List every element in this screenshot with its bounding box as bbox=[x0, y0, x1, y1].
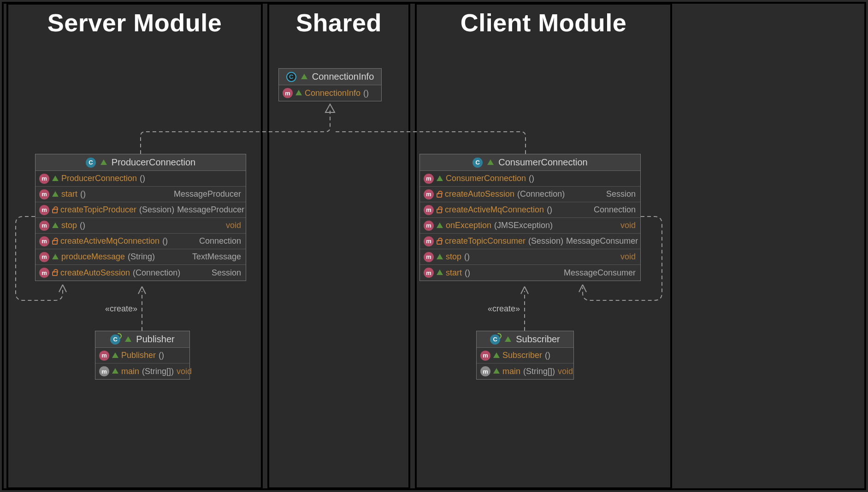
method-name: stop bbox=[61, 221, 77, 230]
method-icon: m bbox=[39, 268, 49, 278]
method-row: m createActiveMqConnection() Connection bbox=[420, 202, 640, 218]
class-publisher: C Publisher m Publisher() m main(String[… bbox=[95, 331, 190, 380]
class-name: Subscriber bbox=[516, 334, 560, 345]
public-visibility-icon bbox=[125, 336, 131, 342]
method-name: main bbox=[502, 367, 520, 376]
method-icon: m bbox=[424, 205, 434, 215]
public-visibility-icon bbox=[493, 368, 500, 374]
method-return: void bbox=[558, 367, 573, 376]
public-visibility-icon bbox=[437, 176, 443, 181]
class-header: C Subscriber bbox=[477, 331, 573, 348]
method-return: void bbox=[177, 367, 192, 376]
method-icon: m bbox=[424, 174, 434, 184]
method-params: () bbox=[363, 88, 369, 98]
class-header: C ConnectionInfo bbox=[279, 69, 381, 85]
class-connectioninfo: C ConnectionInfo m ConnectionInfo() bbox=[278, 68, 382, 101]
method-return: Connection bbox=[594, 205, 636, 215]
static-method-icon: m bbox=[480, 366, 490, 376]
method-icon: m bbox=[424, 221, 434, 231]
method-row: m Subscriber() bbox=[477, 348, 573, 363]
class-subscriber: C Subscriber m Subscriber() m main(Strin… bbox=[476, 331, 574, 380]
method-row: m createTopicProducer(Session) MessagePr… bbox=[35, 202, 246, 218]
method-params: () bbox=[465, 268, 470, 278]
static-method-icon: m bbox=[99, 366, 109, 376]
method-icon: m bbox=[283, 88, 293, 98]
public-visibility-icon bbox=[437, 223, 443, 228]
public-visibility-icon bbox=[505, 336, 511, 342]
method-row: m Publisher() bbox=[95, 348, 189, 363]
method-row: m produceMessage(String) TextMessage bbox=[35, 249, 246, 265]
interface-icon: C bbox=[286, 72, 296, 82]
method-params: (Connection) bbox=[517, 189, 565, 199]
public-visibility-icon bbox=[52, 176, 59, 181]
method-name: produceMessage bbox=[61, 252, 125, 262]
method-params: (String) bbox=[128, 252, 155, 262]
public-visibility-icon bbox=[437, 254, 443, 259]
method-icon: m bbox=[39, 221, 49, 231]
method-params: () bbox=[140, 174, 145, 183]
method-name: ConnectionInfo bbox=[305, 88, 360, 98]
method-params: () bbox=[547, 205, 552, 215]
method-params: () bbox=[159, 351, 164, 360]
method-return: MessageProducer bbox=[174, 189, 241, 199]
method-row: m ProducerConnection() bbox=[35, 171, 246, 187]
shared-module-title: Shared bbox=[269, 8, 408, 37]
private-visibility-icon bbox=[52, 240, 58, 245]
method-name: ConsumerConnection bbox=[446, 174, 526, 183]
class-entry-icon: C bbox=[490, 334, 500, 345]
private-visibility-icon bbox=[437, 193, 442, 198]
public-visibility-icon bbox=[487, 159, 494, 165]
method-icon: m bbox=[39, 252, 49, 262]
method-name: createAutoSession bbox=[60, 268, 130, 278]
method-name: onException bbox=[446, 221, 491, 230]
method-icon: m bbox=[39, 174, 49, 184]
method-name: stop bbox=[446, 252, 461, 262]
class-entry-icon: C bbox=[110, 334, 120, 345]
server-module-title: Server Module bbox=[8, 8, 261, 37]
public-visibility-icon bbox=[437, 269, 443, 275]
private-visibility-icon bbox=[52, 209, 58, 213]
method-return: MessageProducer bbox=[177, 205, 244, 215]
create-stereotype-right: «create» bbox=[488, 304, 520, 314]
method-row: m stop() void bbox=[420, 249, 640, 265]
public-visibility-icon bbox=[112, 352, 118, 358]
method-name: start bbox=[446, 268, 462, 278]
class-icon: C bbox=[472, 158, 483, 168]
method-params: (String[]) bbox=[523, 367, 555, 376]
method-icon: m bbox=[99, 351, 109, 361]
method-return: void bbox=[226, 221, 241, 230]
method-row: m onException(JMSException) void bbox=[420, 218, 640, 234]
method-row: m start() MessageProducer bbox=[35, 187, 246, 202]
private-visibility-icon bbox=[437, 240, 442, 245]
method-params: () bbox=[162, 236, 168, 246]
method-icon: m bbox=[39, 189, 49, 199]
method-name: createTopicConsumer bbox=[445, 236, 526, 246]
method-row: m main(String[]) void bbox=[95, 363, 189, 379]
method-return: TextMessage bbox=[192, 252, 241, 262]
class-header: C Publisher bbox=[95, 331, 189, 348]
method-name: main bbox=[121, 367, 139, 376]
method-params: () bbox=[545, 351, 550, 360]
class-consumerconnection: C ConsumerConnection m ConsumerConnectio… bbox=[419, 154, 641, 281]
method-name: Publisher bbox=[121, 351, 156, 360]
method-row: m createActiveMqConnection() Connection bbox=[35, 234, 246, 249]
public-visibility-icon bbox=[295, 90, 302, 95]
method-name: ProducerConnection bbox=[61, 174, 137, 183]
client-module-title: Client Module bbox=[417, 8, 670, 37]
method-name: createActiveMqConnection bbox=[445, 205, 544, 215]
class-name: ConnectionInfo bbox=[312, 71, 374, 82]
method-return: MessageConsumer bbox=[566, 236, 638, 246]
method-params: (Session) bbox=[528, 236, 563, 246]
class-producerconnection: C ProducerConnection m ProducerConnectio… bbox=[35, 154, 246, 281]
public-visibility-icon bbox=[493, 352, 500, 358]
method-name: createAutoSession bbox=[445, 189, 514, 199]
method-row: m main(String[]) void bbox=[477, 363, 573, 379]
method-return: MessageConsumer bbox=[564, 268, 636, 278]
method-row: m createAutoSession(Connection) Session bbox=[420, 187, 640, 202]
method-params: (Session) bbox=[139, 205, 174, 215]
method-row: m createAutoSession(Connection) Session bbox=[35, 265, 246, 281]
method-name: createTopicProducer bbox=[60, 205, 136, 215]
public-visibility-icon bbox=[100, 159, 107, 165]
public-visibility-icon bbox=[301, 74, 307, 79]
method-row: m stop() void bbox=[35, 218, 246, 234]
